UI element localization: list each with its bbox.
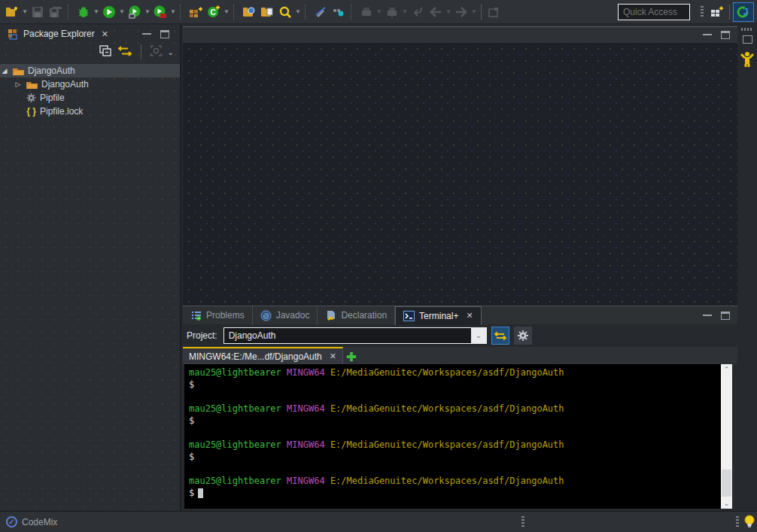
- project-combobox[interactable]: DjangoAuth ⌄: [223, 327, 487, 344]
- previous-annotation-icon[interactable]: [383, 3, 401, 21]
- svg-text:C: C: [210, 8, 215, 17]
- terminal-scrollbar[interactable]: ⌃ ⌄: [721, 364, 732, 509]
- terminal-prompt: $: [189, 378, 721, 391]
- focus-icon[interactable]: [150, 45, 162, 59]
- annotation-dots-icon[interactable]: [330, 3, 348, 21]
- tree-item-label: DjangoAuth: [41, 79, 89, 90]
- run-icon[interactable]: [100, 3, 118, 21]
- sync-project-toggle[interactable]: [491, 327, 509, 345]
- tab-declaration[interactable]: Declaration: [318, 306, 395, 325]
- link-with-editor-icon[interactable]: [118, 46, 132, 59]
- project-tree: ◢ DjangoAuth ▷ DjangoAuth Pipfile { } Pi…: [0, 64, 180, 118]
- maximize-icon[interactable]: [721, 31, 730, 39]
- tree-item-djangoauth-root[interactable]: ◢ DjangoAuth: [0, 64, 180, 78]
- view-toolbar-separator: [141, 44, 141, 59]
- toolbar-separator: [305, 5, 309, 20]
- profile-dropdown[interactable]: ▼: [169, 3, 177, 21]
- save-all-icon[interactable]: [47, 3, 65, 21]
- view-menu-icon[interactable]: ⌄: [168, 48, 174, 56]
- scroll-down-icon[interactable]: ⌄: [724, 498, 730, 509]
- forward-dropdown[interactable]: ▼: [470, 3, 478, 21]
- scrollbar-thumb[interactable]: [722, 470, 731, 497]
- tree-item-pipfile[interactable]: Pipfile: [0, 91, 180, 105]
- terminal-cursor: [198, 488, 203, 498]
- pin-editor-icon[interactable]: [485, 3, 503, 21]
- quick-access-field[interactable]: [618, 4, 690, 20]
- terminal-host: MINGW64: [287, 403, 325, 414]
- save-icon[interactable]: [29, 3, 47, 21]
- next-annotation-dropdown[interactable]: ▼: [375, 3, 383, 21]
- java-perspective-icon[interactable]: J: [733, 2, 754, 22]
- tab-package-explorer[interactable]: Package Explorer ✕: [3, 25, 113, 43]
- collapse-all-icon[interactable]: [99, 45, 112, 59]
- drag-handle[interactable]: [741, 28, 753, 31]
- search-icon[interactable]: [276, 3, 294, 21]
- new-class-dropdown[interactable]: ▼: [223, 3, 230, 21]
- lightbulb-icon[interactable]: [743, 514, 755, 529]
- terminal-session-tab[interactable]: MINGW64:E:/Me...df/DjangoAuth ✕: [183, 347, 343, 364]
- codemix-status[interactable]: ✓ CodeMix: [6, 516, 57, 527]
- new-wizard-icon[interactable]: [3, 3, 21, 21]
- scrollbar-track[interactable]: [721, 375, 732, 498]
- statusbar-drag-handle[interactable]: [736, 516, 739, 528]
- tree-item-label: Pipfile.lock: [40, 106, 83, 117]
- forward-icon[interactable]: [452, 3, 470, 21]
- tab-label: Problems: [206, 310, 245, 321]
- debug-icon[interactable]: [74, 3, 93, 21]
- coverage-dropdown[interactable]: ▼: [144, 3, 151, 21]
- editor-content-empty[interactable]: [183, 43, 737, 306]
- status-bar: ✓ CodeMix: [0, 511, 757, 532]
- bottom-tab-bar: Problems @ Javadoc Declaration Terminal+…: [183, 306, 737, 324]
- terminal-settings-button[interactable]: [514, 327, 532, 345]
- open-resource-icon[interactable]: [258, 3, 276, 21]
- scroll-up-icon[interactable]: ⌃: [724, 364, 730, 375]
- minimize-icon[interactable]: [703, 32, 712, 35]
- editor-area: [183, 25, 737, 306]
- tab-terminal-plus[interactable]: Terminal+ ✕: [395, 306, 482, 325]
- new-class-icon[interactable]: C: [205, 3, 223, 21]
- run-dropdown[interactable]: ▼: [118, 3, 126, 21]
- back-icon[interactable]: [427, 3, 445, 21]
- tab-problems[interactable]: Problems: [183, 306, 253, 325]
- tab-label: Package Explorer: [23, 29, 95, 39]
- minimize-icon[interactable]: [142, 31, 151, 35]
- new-java-project-icon[interactable]: [187, 3, 205, 21]
- last-edit-location-icon[interactable]: [409, 3, 427, 21]
- terminal-host: MINGW64: [287, 439, 325, 450]
- search-dropdown[interactable]: ▼: [294, 3, 302, 21]
- toolbar-drag-handle[interactable]: [701, 6, 704, 18]
- maximize-icon[interactable]: [160, 30, 169, 38]
- tree-item-djangoauth-sub[interactable]: ▷ DjangoAuth: [0, 78, 180, 91]
- open-perspective-icon[interactable]: [708, 3, 726, 21]
- javadoc-icon: @: [260, 310, 272, 321]
- quick-access-input[interactable]: [623, 7, 685, 17]
- back-dropdown[interactable]: ▼: [445, 3, 452, 21]
- statusbar-drag-handle[interactable]: [521, 516, 524, 528]
- new-terminal-button[interactable]: ✚: [343, 349, 360, 364]
- previous-annotation-dropdown[interactable]: ▼: [401, 3, 409, 21]
- terminal-user: mau25@lightbearer: [189, 403, 281, 414]
- close-icon[interactable]: ✕: [330, 351, 336, 361]
- package-explorer-panel: Package Explorer ✕ ⌄ ◢ DjangoAuth ▷ Djan: [0, 25, 181, 511]
- close-icon[interactable]: ✕: [466, 311, 473, 321]
- tree-expand-arrow[interactable]: ◢: [0, 67, 9, 74]
- close-icon[interactable]: ✕: [102, 29, 108, 39]
- tree-item-pipfile-lock[interactable]: { } Pipfile.lock: [0, 105, 180, 118]
- restore-view-icon[interactable]: [743, 35, 752, 44]
- profile-icon[interactable]: [151, 3, 169, 21]
- new-wizard-dropdown[interactable]: ▼: [21, 3, 29, 21]
- toggle-mark-occurrences-icon[interactable]: [312, 3, 330, 21]
- open-type-icon[interactable]: [240, 3, 258, 21]
- tab-javadoc[interactable]: @ Javadoc: [253, 306, 318, 325]
- next-annotation-icon[interactable]: [357, 3, 375, 21]
- tab-label: Javadoc: [276, 310, 310, 321]
- tree-collapse-arrow[interactable]: ▷: [14, 81, 23, 88]
- terminal-prompt: $: [189, 415, 721, 427]
- maximize-icon[interactable]: [721, 312, 730, 320]
- person-icon[interactable]: [740, 51, 754, 68]
- coverage-icon[interactable]: [126, 3, 144, 21]
- debug-dropdown[interactable]: ▼: [93, 3, 100, 21]
- minimize-icon[interactable]: [703, 312, 712, 316]
- chevron-down-icon[interactable]: ⌄: [471, 328, 486, 343]
- terminal-console[interactable]: mau25@lightbearer MINGW64 E:/MediaGenuit…: [184, 364, 721, 509]
